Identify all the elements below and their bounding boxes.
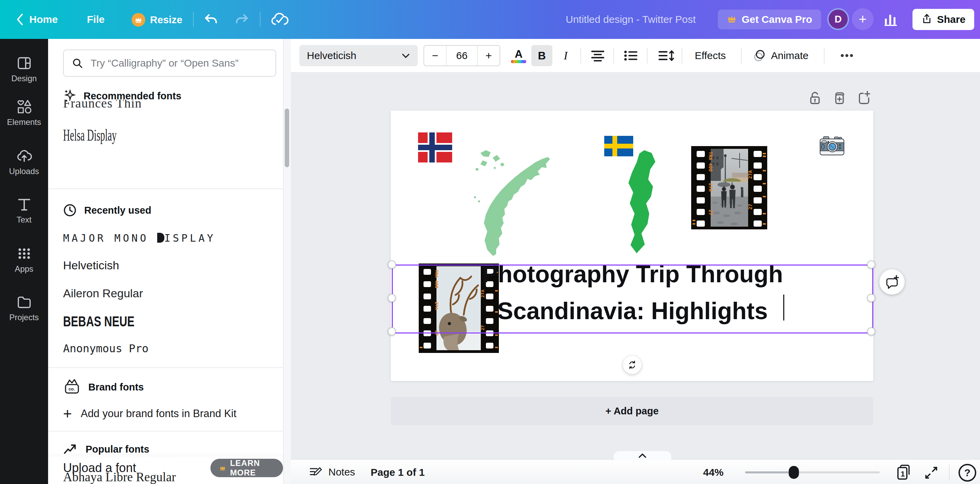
get-pro-label: Get Canva Pro — [741, 14, 812, 25]
rotate-handle[interactable] — [623, 356, 641, 374]
lock-icon[interactable] — [807, 90, 822, 106]
add-page-icon[interactable] — [857, 90, 872, 106]
get-canva-pro-button[interactable]: Get Canva Pro — [718, 10, 821, 29]
collapse-panel-tab[interactable] — [613, 450, 672, 460]
back-chevron-icon[interactable] — [15, 12, 25, 28]
svg-text:co.: co. — [68, 387, 75, 391]
norway-map-image[interactable] — [461, 147, 556, 257]
projects-icon — [16, 294, 32, 310]
sidebar-item-design[interactable]: Design — [0, 55, 48, 83]
fullscreen-button[interactable] — [924, 465, 939, 482]
zoom-slider-track[interactable] — [794, 471, 880, 473]
home-button[interactable]: Home — [29, 14, 57, 25]
add-page-button[interactable]: + Add page — [391, 397, 873, 425]
font-option-helsa-display[interactable]: Helsa Display — [63, 126, 156, 144]
font-option-anonymous-pro[interactable]: Anonymous Pro — [63, 342, 148, 355]
sidebar-item-elements[interactable]: Elements — [0, 99, 48, 127]
effects-button[interactable]: Effects — [689, 45, 732, 66]
bold-button[interactable]: B — [531, 45, 552, 66]
design-page[interactable]: TRA 400 27A 27 27A 27 — [391, 110, 873, 381]
crown-gold-icon — [219, 464, 226, 472]
font-option-bebas-neue[interactable]: BEBAS NEUE — [63, 313, 134, 330]
text-color-button[interactable]: A — [508, 45, 529, 66]
notes-button[interactable]: Notes — [309, 465, 355, 479]
notes-label: Notes — [328, 466, 355, 478]
font-option-helveticish[interactable]: Helveticish — [63, 259, 119, 272]
svg-text:TRA 400: TRA 400 — [708, 152, 713, 172]
fonts-panel: Recommended fonts ••• Fraunces Thin Hels… — [48, 39, 283, 484]
file-menu[interactable]: File — [87, 14, 105, 25]
font-size-increase[interactable]: + — [477, 46, 500, 65]
list-button[interactable] — [620, 45, 641, 66]
norway-flag-image[interactable] — [418, 133, 452, 163]
font-option-major-mono[interactable]: MAJOR MONO ISPLAY — [63, 232, 215, 244]
avatar[interactable]: D — [827, 8, 849, 30]
undo-button[interactable] — [203, 13, 218, 28]
topbar-divider — [260, 12, 261, 27]
bullet-list-icon — [623, 50, 638, 62]
add-brand-fonts-button[interactable]: + Add your brand fonts in Brand Kit — [63, 407, 236, 420]
notes-icon — [309, 465, 322, 479]
font-size-value[interactable]: 66 — [447, 50, 477, 61]
page-grid-view-button[interactable]: 1 — [894, 463, 912, 482]
font-option-fraunces-thin[interactable]: Fraunces Thin — [63, 100, 254, 115]
italic-button[interactable]: I — [555, 45, 576, 66]
text-align-button[interactable] — [587, 45, 608, 66]
selection-handle-mid-left[interactable] — [388, 294, 396, 302]
sidebar-label: Uploads — [9, 166, 39, 176]
zoom-percent[interactable]: 44% — [703, 466, 724, 478]
sidebar-item-apps[interactable]: Apps — [0, 246, 48, 274]
panel-scrollbar[interactable] — [285, 109, 289, 167]
toolbar-divider — [581, 48, 581, 64]
resize-button[interactable]: Resize — [132, 13, 183, 27]
sidebar-item-uploads[interactable]: Uploads — [0, 148, 48, 176]
sidebar-item-text[interactable]: Text — [0, 196, 48, 225]
insights-chart-icon[interactable] — [883, 11, 899, 29]
camera-clipart[interactable] — [819, 135, 845, 157]
selection-handle-top-right[interactable] — [867, 260, 875, 268]
redo-button[interactable] — [235, 13, 250, 28]
text-color-letter: A — [515, 48, 522, 59]
sidebar-label: Text — [16, 215, 31, 225]
upload-font-button[interactable]: Upload a font — [63, 461, 136, 475]
text-caret — [783, 295, 784, 321]
font-search-box[interactable] — [63, 50, 276, 77]
resize-label: Resize — [150, 14, 183, 26]
design-icon — [16, 55, 32, 71]
toolbar-divider — [647, 48, 648, 64]
sweden-map-image[interactable] — [616, 148, 672, 256]
font-family-dropdown[interactable]: Helveticish — [299, 45, 418, 66]
line-spacing-icon — [657, 50, 675, 62]
font-sample: Fraunces Thin — [63, 100, 254, 110]
cloud-saved-icon[interactable] — [270, 11, 289, 29]
share-upload-icon — [921, 13, 932, 26]
zoom-slider-filled[interactable] — [745, 471, 794, 473]
brand-fonts-header: co. Brand fonts — [63, 378, 144, 396]
sidebar-item-projects[interactable]: Projects — [0, 294, 48, 322]
panel-divider — [48, 367, 283, 368]
selection-handle-top-left[interactable] — [388, 260, 396, 268]
selection-handle-bottom-left[interactable] — [388, 327, 396, 335]
selection-handle-mid-right[interactable] — [867, 294, 875, 302]
crown-gold-icon — [727, 14, 737, 25]
film-strip-street-photo[interactable]: TRA 400 27A 27 27A 27 — [691, 146, 767, 229]
duplicate-page-icon[interactable] — [832, 90, 847, 106]
font-size-decrease[interactable]: − — [424, 46, 447, 65]
page-indicator[interactable]: Page 1 of 1 — [371, 466, 425, 478]
learn-more-button[interactable]: LEARN MORE — [210, 459, 283, 477]
add-member-button[interactable]: + — [852, 8, 873, 30]
spacing-button[interactable] — [654, 45, 679, 66]
animate-button[interactable]: Animate — [749, 45, 812, 66]
sidebar-label: Elements — [7, 117, 41, 127]
design-title[interactable]: Untitled design - Twitter Post — [566, 14, 709, 25]
side-rail: Design Elements Uploads Text Apps Projec… — [0, 39, 48, 484]
comment-button[interactable] — [880, 269, 905, 295]
selection-box[interactable] — [392, 265, 873, 334]
selection-handle-bottom-right[interactable] — [867, 327, 875, 335]
zoom-slider-knob[interactable] — [789, 466, 799, 479]
font-option-aileron[interactable]: Aileron Regular — [63, 287, 143, 300]
toolbar-more-button[interactable]: ••• — [832, 45, 863, 66]
help-button[interactable]: ? — [959, 464, 976, 482]
share-button[interactable]: Share — [913, 9, 974, 30]
font-search-input[interactable] — [90, 57, 267, 69]
